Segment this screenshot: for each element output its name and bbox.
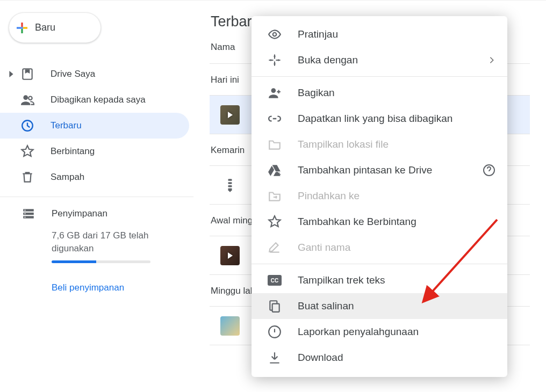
open-with-icon — [268, 53, 298, 67]
svg-rect-18 — [228, 185, 232, 187]
svg-rect-3 — [17, 27, 21, 28]
svg-rect-2 — [21, 28, 23, 33]
nav-item-my-drive[interactable]: Drive Saya — [0, 61, 189, 87]
folder-icon — [268, 137, 298, 151]
divider — [0, 197, 193, 197]
svg-point-20 — [271, 88, 276, 93]
star-icon — [17, 144, 51, 158]
menu-item-label: Dapatkan link yang bisa dibagikan — [298, 113, 495, 125]
menu-item-report-abuse[interactable]: Laporkan penyalahgunaan — [252, 319, 507, 345]
copy-icon — [268, 299, 298, 313]
play-icon — [228, 112, 233, 118]
storage-icon — [21, 207, 52, 221]
svg-rect-0 — [21, 23, 23, 27]
menu-item-move-to: Pindahkan ke — [252, 183, 507, 209]
context-menu: Pratinjau Buka dengan Bagikan Dapatkan l… — [252, 16, 507, 377]
menu-item-label: Pratinjau — [298, 28, 495, 40]
nav-item-storage[interactable]: Penyimpanan — [21, 207, 183, 221]
new-button[interactable]: Baru — [9, 12, 101, 43]
report-icon — [268, 325, 298, 339]
nav-item-shared[interactable]: Dibagikan kepada saya — [0, 87, 189, 113]
plus-icon — [9, 20, 35, 36]
nav-item-label: Sampah — [51, 172, 189, 183]
svg-point-15 — [24, 216, 25, 217]
svg-rect-17 — [228, 182, 232, 184]
menu-item-open-with[interactable]: Buka dengan — [252, 47, 507, 73]
menu-item-add-shortcut[interactable]: + Tambahkan pintasan ke Drive — [252, 157, 507, 183]
menu-item-label: Tambahkan pintasan ke Drive — [298, 164, 483, 176]
nav-item-label: Dibagikan kepada saya — [51, 95, 189, 105]
menu-item-make-copy[interactable]: Buat salinan — [252, 293, 507, 319]
svg-text:CC: CC — [271, 278, 278, 284]
rename-icon — [268, 241, 298, 255]
nav-item-starred[interactable]: Berbintang — [0, 139, 189, 164]
video-thumbnail — [220, 246, 240, 265]
eye-icon — [268, 27, 298, 41]
svg-rect-25 — [272, 304, 279, 312]
nav-item-label: Berbintang — [51, 146, 189, 157]
menu-item-label: Laporkan penyalahgunaan — [298, 326, 495, 338]
menu-item-preview[interactable]: Pratinjau — [252, 21, 507, 47]
menu-item-label: Tampilkan lokasi file — [298, 139, 495, 150]
menu-item-label: Tampilkan trek teks — [298, 274, 495, 286]
svg-rect-4 — [21, 27, 23, 28]
storage-block: Penyimpanan 7,6 GB dari 17 GB telah digu… — [0, 204, 193, 293]
sidebar: Baru Drive Saya — [0, 1, 193, 293]
menu-item-label: Pindahkan ke — [298, 190, 495, 202]
menu-item-label: Buka dengan — [298, 54, 488, 66]
shared-icon — [17, 93, 51, 107]
trash-icon — [17, 170, 51, 184]
menu-item-download[interactable]: Download — [252, 345, 507, 371]
image-thumbnail — [220, 316, 240, 336]
menu-item-add-star[interactable]: Tambahkan ke Berbintang — [252, 209, 507, 235]
nav-item-label: Terbaru — [51, 120, 189, 131]
video-thumbnail — [220, 105, 240, 125]
help-icon[interactable] — [483, 164, 495, 177]
recent-icon — [17, 119, 51, 133]
drive-icon — [17, 67, 51, 81]
svg-rect-1 — [23, 27, 27, 28]
storage-bar — [52, 260, 150, 263]
move-to-icon — [268, 189, 298, 203]
menu-item-label: Buat salinan — [298, 300, 495, 312]
nav-item-trash[interactable]: Sampah — [0, 164, 189, 190]
link-icon — [268, 112, 298, 126]
storage-usage-text: 7,6 GB dari 17 GB telah digunakan — [52, 229, 150, 255]
nav-item-recent[interactable]: Terbaru — [0, 113, 189, 139]
svg-text:+: + — [277, 171, 281, 177]
new-button-label: Baru — [35, 22, 55, 33]
svg-rect-16 — [228, 179, 232, 181]
menu-separator — [252, 264, 507, 264]
svg-point-6 — [23, 95, 28, 100]
cc-icon: CC — [268, 275, 298, 286]
svg-point-14 — [24, 213, 25, 214]
nav-item-label: Drive Saya — [51, 69, 189, 79]
star-icon — [268, 215, 298, 229]
jamboard-icon — [220, 178, 240, 193]
person-add-icon — [268, 86, 298, 100]
nav-list: Drive Saya Dibagikan kepada saya T — [0, 61, 193, 293]
menu-item-label: Download — [298, 352, 495, 364]
menu-separator — [252, 76, 507, 77]
svg-point-13 — [24, 209, 25, 210]
menu-item-show-location: Tampilkan lokasi file — [252, 132, 507, 157]
storage-bar-fill — [52, 260, 96, 263]
buy-storage-link[interactable]: Beli penyimpanan — [52, 282, 183, 293]
menu-item-label: Bagikan — [298, 87, 495, 99]
storage-label: Penyimpanan — [52, 208, 107, 219]
svg-point-19 — [273, 33, 277, 37]
menu-item-captions[interactable]: CC Tampilkan trek teks — [252, 267, 507, 293]
svg-point-7 — [28, 97, 32, 100]
menu-item-get-link[interactable]: Dapatkan link yang bisa dibagikan — [252, 106, 507, 132]
drive-add-icon: + — [268, 163, 298, 177]
menu-item-label: Tambahkan ke Berbintang — [298, 216, 495, 228]
menu-item-share[interactable]: Bagikan — [252, 80, 507, 106]
chevron-right-icon — [488, 56, 495, 64]
download-icon — [268, 351, 298, 365]
play-icon — [228, 252, 233, 259]
expand-caret-icon[interactable] — [5, 71, 17, 77]
menu-item-rename: Ganti nama — [252, 235, 507, 260]
menu-item-label: Ganti nama — [298, 242, 495, 253]
